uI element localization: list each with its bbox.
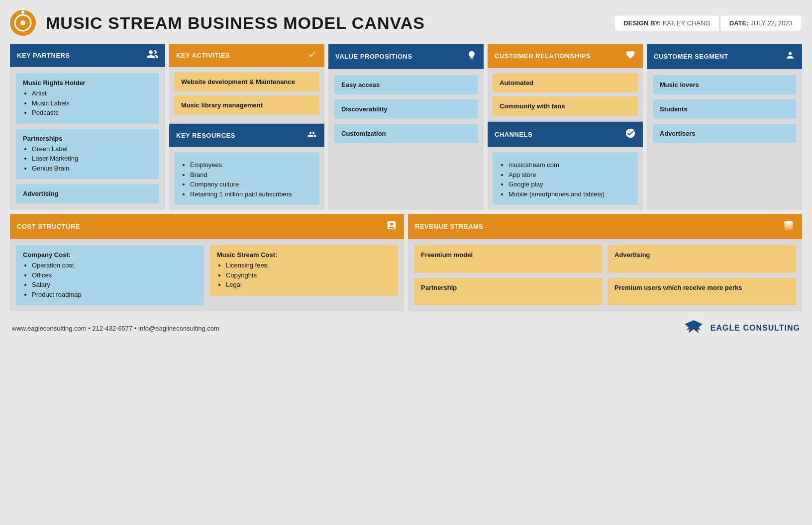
key-partners-card-2-title: Partnerships [23,135,62,142]
cr-card-1: Automated [493,73,638,92]
revenue-card-advertising: Advertising [608,245,796,273]
list-item: Company culture [190,179,312,189]
cost-structure-icon [386,220,397,233]
list-item: Music Labels [32,98,152,108]
key-activities-card-1-title: Website development & Maintenance [181,78,295,86]
list-item: Green Label [32,144,152,154]
svg-point-2 [20,20,25,25]
svg-point-10 [697,323,699,325]
value-propositions-title: VALUE PROPOSITIONS [335,53,412,60]
key-partners-title: KEY PARTNERS [17,52,70,59]
key-partners-card-2: Partnerships Green Label Laser Marketing… [16,129,159,179]
customer-segment-header: CUSTOMER SEGMENT [647,44,802,69]
key-activities-header: KEY ACTIVITIES [169,44,324,67]
cr-channels-col: CUSTOMER RELATIONSHIPS Automated Communi… [488,44,643,210]
cost-company-title: Company Cost: [23,251,71,259]
header-meta: DESIGN BY: KAILEY CHANG DATE: JULY 22, 2… [614,15,802,31]
cost-company-list: Operation cost Offices Salary Product ro… [23,261,197,299]
revenue-streams-title: REVENUE STREAMS [415,223,484,230]
key-resources-list: Employees Brand Company culture Retainin… [181,160,312,199]
customer-segment-body: Music lovers Students Advertisers [647,69,802,210]
footer-brand: EAGLE CONSULTING [682,319,800,337]
value-prop-1-title: Easy access [341,81,380,88]
revenue-card-freemium: Freemium model [414,245,603,273]
channels-icon [625,128,636,141]
cost-structure-body: Company Cost: Operation cost Offices Sal… [10,239,404,311]
customer-relationships-header: CUSTOMER RELATIONSHIPS [488,44,643,68]
cost-company-card: Company Cost: Operation cost Offices Sal… [16,245,204,305]
customer-segment-icon [785,50,795,63]
list-item: musicstream.com [508,160,631,170]
key-partners-card-1-list: Artist Music Labels Podcasts [23,88,152,118]
list-item: Laser Marketing [32,154,152,164]
channels-body: musicstream.com App store Google play Mo… [488,147,643,210]
key-resources-card-1: Employees Brand Company culture Retainin… [174,152,319,205]
date-label: DATE: [729,19,749,27]
cs-card-3: Advertisers [653,124,796,143]
list-item: App store [508,170,631,180]
cost-structure-section: COST STRUCTURE Company Cost: Operation c… [10,214,404,311]
value-propositions-section: VALUE PROPOSITIONS Easy access Discovera… [328,44,484,210]
list-item: Artist [32,88,152,98]
key-resources-title: KEY RESOURCES [176,132,235,139]
list-item: Salary [32,280,197,290]
key-partners-card-3: Advertising [16,184,159,203]
key-resources-header: KEY RESOURCES [169,124,324,147]
customer-segment-title: CUSTOMER SEGMENT [654,53,728,60]
customer-relationships-section: CUSTOMER RELATIONSHIPS Automated Communi… [488,44,643,121]
list-item: Podcasts [32,108,152,118]
cs-card-3-title: Advertisers [660,130,696,137]
canvas: KEY PARTNERS Music Rights Holder Artist … [10,44,802,311]
key-activities-card-1: Website development & Maintenance [174,72,319,91]
page: MUSIC STREAM BUSINESS MODEL CANVAS DESIG… [10,10,802,337]
value-prop-card-2: Discoverability [334,99,478,119]
date-value: JULY 22, 2023 [750,19,793,27]
value-prop-card-1: Easy access [334,75,478,94]
cost-music-card: Music Stream Cost: Licensing fees Copyri… [210,245,398,296]
cr-card-2-title: Community with fans [500,102,565,110]
cost-music-list: Licensing fees Copyrights Legal [217,261,391,290]
customer-relationships-body: Automated Community with fans [488,68,643,121]
revenue-streams-header: REVENUE STREAMS [408,214,802,239]
list-item: Retaining 1 million paid subscribers [190,189,312,199]
eagle-icon [682,319,706,337]
list-item: Google play [508,179,631,189]
list-item: Copyrights [226,270,391,280]
customer-relationships-icon [625,50,636,62]
channels-card-1: musicstream.com App store Google play Mo… [493,152,638,205]
key-partners-icon [147,50,158,61]
key-partners-body: Music Rights Holder Artist Music Labels … [10,67,165,210]
channels-section: CHANNELS musicstream.com App store Googl… [488,122,643,210]
cr-card-1-title: Automated [500,79,533,87]
key-partners-header: KEY PARTNERS [10,44,165,67]
list-item: Offices [32,270,197,280]
revenue-streams-section: REVENUE STREAMS Freemium model [408,214,802,311]
list-item: Brand [190,170,312,180]
key-activities-title: KEY ACTIVITIES [176,52,230,59]
activities-resources-col: KEY ACTIVITIES Website development & Mai… [169,44,324,210]
list-item: Employees [190,160,312,170]
list-item: Genius Brain [32,164,152,174]
key-partners-card-1-title: Music Rights Holder [23,79,86,87]
cost-structure-title: COST STRUCTURE [17,223,80,230]
cost-music-group: Music Stream Cost: Licensing fees Copyri… [210,245,398,305]
revenue-streams-body: Freemium model Advertising Partnership P… [408,239,802,311]
header: MUSIC STREAM BUSINESS MODEL CANVAS DESIG… [10,10,802,36]
revenue-freemium-title: Freemium model [421,251,473,259]
cost-company-group: Company Cost: Operation cost Offices Sal… [16,245,204,305]
list-item: Product roadmap [32,290,197,300]
revenue-card-premium: Premium users which receive more perks [608,278,796,306]
list-item: Licensing fees [226,261,391,270]
value-propositions-body: Easy access Discoverability Customizatio… [328,69,484,210]
key-resources-section: KEY RESOURCES Employees Brand Company cu… [169,124,324,210]
revenue-card-partnership: Partnership [414,278,603,306]
key-partners-card-2-list: Green Label Laser Marketing Genius Brain [23,144,152,174]
revenue-partnership-title: Partnership [421,284,457,291]
design-value: KAILEY CHANG [663,19,710,27]
key-activities-body: Website development & Maintenance Music … [169,67,324,120]
cs-card-1: Music lovers [653,75,796,94]
key-partners-card-1: Music Rights Holder Artist Music Labels … [16,73,159,124]
date-box: DATE: JULY 22, 2023 [720,15,802,31]
design-label: DESIGN BY: [623,19,661,27]
customer-relationships-title: CUSTOMER RELATIONSHIPS [495,52,591,60]
